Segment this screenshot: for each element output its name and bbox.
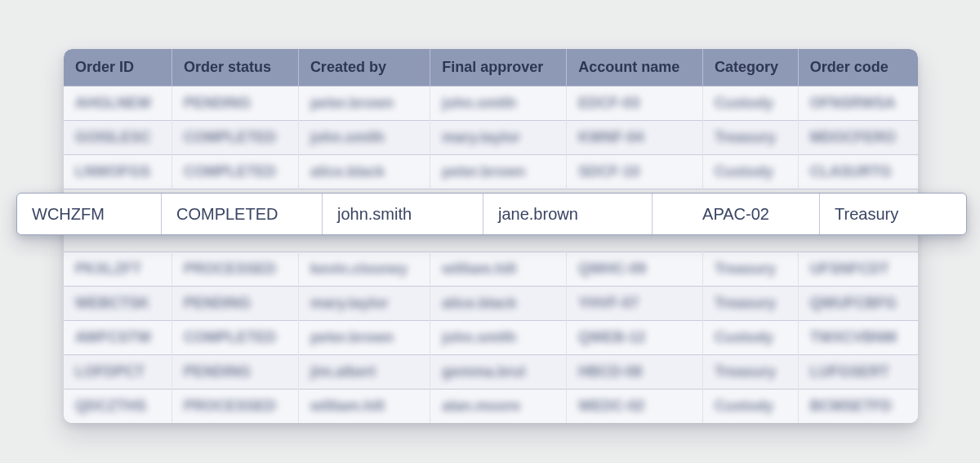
cell-approver: alan.moore bbox=[430, 390, 567, 424]
cell-category: Custody bbox=[703, 87, 799, 121]
cell-order-id: QDCZTHS bbox=[64, 390, 172, 424]
cell-status: PROCESSED bbox=[172, 390, 299, 424]
cell-created-by: william.hill bbox=[298, 390, 430, 424]
cell-order-id: WCHZFM bbox=[17, 194, 162, 234]
cell-category: Treasury bbox=[703, 355, 799, 390]
cell-account: SDCF-10 bbox=[567, 155, 703, 189]
cell-order-status: COMPLETED bbox=[162, 194, 323, 234]
col-order-code[interactable]: Order code bbox=[798, 49, 918, 87]
cell-category: Treasury bbox=[820, 194, 980, 234]
cell-created-by: kevin.clooney bbox=[298, 252, 430, 287]
table-row[interactable]: LOFDPCTPENDINGjim.albertgemma.brulHBCD-0… bbox=[64, 355, 918, 390]
cell-status: PENDING bbox=[172, 287, 299, 321]
cell-account: QWEB-12 bbox=[567, 321, 703, 355]
table-row[interactable]: AHGLNEWPENDINGpeter.brownjohn.smithEDCF-… bbox=[64, 87, 918, 121]
table-header-row: Order ID Order status Created by Final a… bbox=[64, 49, 918, 87]
cell-created-by: alice.black bbox=[298, 155, 430, 189]
col-order-status[interactable]: Order status bbox=[172, 49, 299, 87]
cell-approver: mary.taylor bbox=[430, 121, 567, 155]
cell-code: BCMSETFD bbox=[798, 390, 918, 424]
cell-created-by: peter.brown bbox=[298, 321, 430, 355]
cell-account: KWNF-04 bbox=[567, 121, 703, 155]
cell-category: Custody bbox=[703, 155, 799, 189]
cell-category: Treasury bbox=[703, 287, 799, 321]
cell-account-name: APAC-02 bbox=[653, 194, 820, 234]
col-created-by[interactable]: Created by bbox=[298, 49, 430, 87]
cell-order-id: LNWOFGS bbox=[64, 155, 172, 189]
cell-code: QWUFCBFG bbox=[798, 287, 918, 321]
cell-order-id: PKXLZFT bbox=[64, 252, 172, 287]
col-final-approver[interactable]: Final approver bbox=[430, 49, 567, 87]
table-row[interactable]: PKXLZFTPROCESSEDkevin.clooneywilliam.hil… bbox=[64, 252, 918, 287]
cell-category: Treasury bbox=[703, 121, 799, 155]
cell-status: PENDING bbox=[172, 87, 299, 121]
focused-order-row[interactable]: WCHZFM COMPLETED john.smith jane.brown A… bbox=[16, 193, 967, 235]
cell-status: COMPLETED bbox=[172, 121, 299, 155]
cell-category: Custody bbox=[703, 390, 799, 424]
cell-approver: john.smith bbox=[430, 87, 567, 121]
cell-code: CLASURTG bbox=[798, 155, 918, 189]
cell-code: OFNSRWSA bbox=[798, 87, 918, 121]
table-row[interactable]: GOISLESCCOMPLETEDjohn.smithmary.taylorKW… bbox=[64, 121, 918, 155]
cell-status: PENDING bbox=[172, 355, 299, 390]
cell-account: EDCF-03 bbox=[567, 87, 703, 121]
table-row[interactable]: LNWOFGSCOMPLETEDalice.blackpeter.brownSD… bbox=[64, 155, 918, 189]
cell-order-id: LOFDPCT bbox=[64, 355, 172, 390]
cell-status: PROCESSED bbox=[172, 252, 299, 287]
table-row[interactable]: AWFCSTWCOMPLETEDpeter.brownjohn.smithQWE… bbox=[64, 321, 918, 355]
cell-approver: john.smith bbox=[430, 321, 567, 355]
orders-table: Order ID Order status Created by Final a… bbox=[64, 49, 918, 423]
cell-code: LUFGSERT bbox=[798, 355, 918, 390]
cell-created-by: peter.brown bbox=[298, 87, 430, 121]
cell-status: COMPLETED bbox=[172, 321, 299, 355]
col-category[interactable]: Category bbox=[703, 49, 799, 87]
cell-account: YHVF-07 bbox=[567, 287, 703, 321]
cell-account: HBCD-08 bbox=[567, 355, 703, 390]
cell-approver: peter.brown bbox=[430, 155, 567, 189]
cell-created-by: jim.albert bbox=[298, 355, 430, 390]
cell-status: COMPLETED bbox=[172, 155, 299, 189]
cell-account: WEDC-02 bbox=[567, 390, 703, 424]
cell-created-by: john.smith bbox=[323, 194, 483, 234]
cell-created-by: john.smith bbox=[298, 121, 430, 155]
cell-account: QWHC-09 bbox=[567, 252, 703, 287]
table-row[interactable]: WEBCTSKPENDINGmary.tayloralice.blackYHVF… bbox=[64, 287, 918, 321]
cell-code: UFSNFCDT bbox=[798, 252, 918, 287]
cell-code: MDOCFERO bbox=[798, 121, 918, 155]
cell-order-id: AHGLNEW bbox=[64, 87, 172, 121]
cell-code: TWXCVBNM bbox=[798, 321, 918, 355]
cell-approver: gemma.brul bbox=[430, 355, 567, 390]
cell-approver: william.hill bbox=[430, 252, 567, 287]
cell-created-by: mary.taylor bbox=[298, 287, 430, 321]
cell-order-id: GOISLESC bbox=[64, 121, 172, 155]
cell-category: Treasury bbox=[703, 252, 799, 287]
cell-category: Custody bbox=[703, 321, 799, 355]
cell-order-id: AWFCSTW bbox=[64, 321, 172, 355]
cell-order-id: WEBCTSK bbox=[64, 287, 172, 321]
table-row[interactable]: QDCZTHSPROCESSEDwilliam.hillalan.mooreWE… bbox=[64, 390, 918, 424]
cell-approver: alice.black bbox=[430, 287, 567, 321]
col-order-id[interactable]: Order ID bbox=[64, 49, 172, 87]
col-account-name[interactable]: Account name bbox=[567, 49, 703, 87]
cell-final-approver: jane.brown bbox=[483, 194, 653, 234]
